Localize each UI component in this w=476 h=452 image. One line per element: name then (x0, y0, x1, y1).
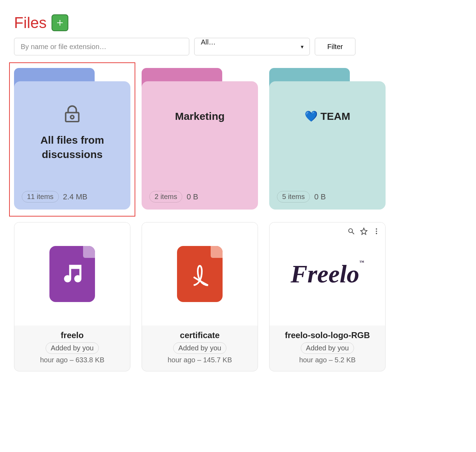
folder-card[interactable]: 💙 TEAM 5 items 0 B (269, 68, 386, 210)
folder-items-count: 11 items (22, 191, 59, 203)
file-added-by: Added by you (301, 342, 354, 354)
svg-line-2 (352, 232, 354, 234)
plus-icon (56, 19, 64, 27)
file-preview (142, 222, 258, 326)
folder-name: Marketing (175, 109, 225, 124)
folder-name: All files from discussions (22, 133, 123, 162)
file-added-by: Added by you (173, 342, 226, 354)
type-filter-select[interactable]: All… (194, 38, 310, 55)
preview-icon[interactable] (347, 227, 355, 237)
svg-point-1 (349, 229, 353, 233)
svg-point-3 (376, 228, 377, 230)
folder-items-count: 5 items (277, 191, 310, 203)
svg-point-0 (70, 116, 74, 119)
file-card[interactable]: Freelo™ freelo-solo-logo-RGB Added by yo… (269, 222, 386, 371)
add-file-button[interactable] (52, 14, 68, 31)
file-preview (14, 222, 130, 326)
more-icon[interactable] (373, 227, 380, 237)
search-input[interactable] (14, 38, 189, 55)
file-name: freelo (61, 330, 83, 340)
files-grid: All files from discussions 11 items 2.4 … (14, 68, 462, 371)
lock-icon (62, 104, 82, 125)
folder-card[interactable]: Marketing 2 items 0 B (142, 68, 258, 210)
folder-size: 0 B (186, 192, 198, 201)
page-title: Files (14, 14, 47, 32)
file-card[interactable]: certificate Added by you hour ago – 145.… (142, 222, 258, 371)
music-note-icon (60, 262, 84, 286)
folder-items-count: 2 items (149, 191, 182, 203)
file-meta: hour ago – 633.8 KB (40, 356, 104, 364)
pdf-icon (188, 258, 212, 290)
file-preview: Freelo™ (270, 222, 385, 326)
folder-size: 2.4 MB (63, 192, 88, 201)
file-added-by: Added by you (46, 342, 99, 354)
file-meta: hour ago – 5.2 KB (299, 356, 355, 364)
svg-point-4 (376, 231, 377, 232)
file-name: certificate (180, 330, 219, 340)
folder-name: 💙 TEAM (305, 109, 350, 124)
file-card[interactable]: freelo Added by you hour ago – 633.8 KB (14, 222, 130, 371)
folder-card[interactable]: All files from discussions 11 items 2.4 … (14, 68, 130, 210)
filter-button[interactable]: Filter (315, 38, 355, 55)
folder-size: 0 B (314, 192, 326, 201)
svg-point-5 (376, 233, 377, 234)
freelo-logo-image: Freelo™ (291, 260, 364, 289)
file-name: freelo-solo-logo-RGB (285, 330, 370, 340)
star-icon[interactable] (360, 227, 368, 237)
file-meta: hour ago – 145.7 KB (168, 356, 232, 364)
